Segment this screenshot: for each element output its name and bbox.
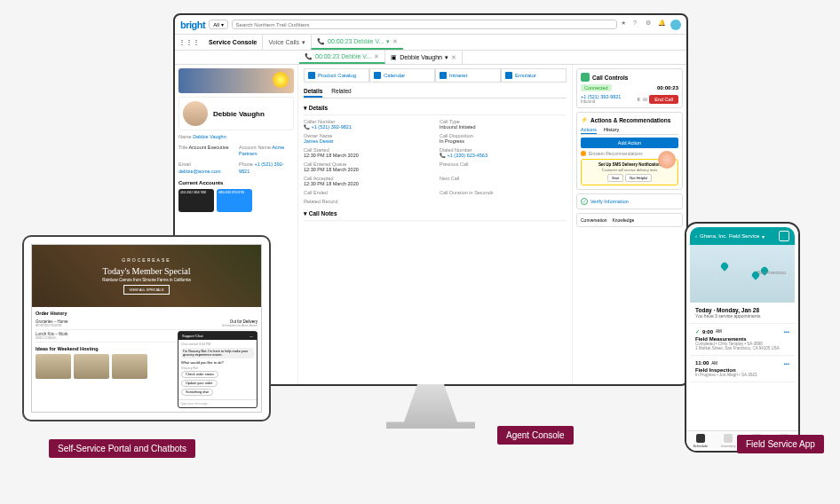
more-icon[interactable]: ••• — [784, 329, 789, 335]
emulator-icon — [505, 72, 512, 79]
email-link[interactable]: debbie@acme.com — [178, 169, 220, 174]
quicklink-calendar[interactable]: Calendar — [369, 68, 435, 83]
search-input[interactable] — [232, 20, 617, 29]
appointment-card[interactable]: ✓9:00 AM Field Measurements Completed • … — [690, 324, 795, 356]
idea-card[interactable] — [74, 354, 109, 379]
subtab-call[interactable]: 📞 00:00:23 Debbie V... ✕ — [299, 51, 385, 64]
chat-option[interactable]: Something else — [181, 389, 213, 396]
quick-links-bar: Product Catalog Calendar Intranet Emulat… — [304, 68, 567, 83]
order-history-header: Order History — [36, 311, 258, 316]
recommendation-desc: Customer will receive delivery texts — [584, 168, 675, 172]
call-notes-header[interactable]: ▾ Call Notes — [304, 208, 567, 221]
call-status-badge: Connected — [581, 84, 612, 91]
account-label: Account Name — [239, 145, 271, 150]
workspace-tab-active[interactable]: 📞 00:00:23 Debbie V... ▾ ✕ — [311, 35, 403, 50]
email-label: Email — [178, 161, 191, 167]
appointment-address: 1 Market Street, San Francisco, CA 94105… — [695, 346, 789, 350]
chat-option[interactable]: Update your order — [181, 380, 218, 387]
help-icon[interactable]: ? — [633, 20, 642, 28]
verify-link[interactable]: Verify Information — [590, 199, 629, 204]
chevron-down-icon[interactable]: ▾ — [762, 233, 765, 240]
topbar-utilities: ★ ? ⚙ 🔔 — [621, 20, 681, 30]
credit-card-2[interactable]: 4899 4929 8759 8769 — [217, 189, 252, 212]
details-section-header[interactable]: ▾ Details — [304, 102, 567, 115]
contact-avatar — [183, 101, 208, 126]
favorite-icon[interactable]: ★ — [621, 20, 630, 28]
idea-card[interactable] — [36, 354, 71, 379]
quicklink-intranet[interactable]: Intranet — [435, 68, 501, 83]
record-detail: Product Catalog Calendar Intranet Emulat… — [297, 65, 573, 386]
tab-conversation[interactable]: Conversation — [581, 217, 606, 223]
bolt-icon: ⚡ — [581, 116, 588, 123]
hero-subtitle: Rainbow Carrots from Simone Farms in Cal… — [102, 278, 190, 282]
call-controls-title: Call Controls — [592, 75, 628, 81]
voice-calls-tab[interactable]: Voice Calls ▾ — [262, 35, 311, 50]
search-scope-select[interactable]: All ▾ — [209, 20, 227, 29]
not-helpful-button[interactable]: Not Helpful — [625, 174, 652, 182]
subtab-contact[interactable]: ▣ Debbie Vaughn ▾ ✕ — [385, 51, 463, 64]
calendar-icon[interactable] — [779, 231, 789, 241]
catalog-icon — [308, 72, 315, 79]
caller-number-link[interactable]: 📞 +1 (521) 392-9821 — [304, 124, 352, 130]
close-icon[interactable]: ✕ — [392, 38, 398, 45]
verify-panel: ✓Verify Information — [576, 193, 683, 209]
keypad-icon[interactable]: ⊞ — [643, 96, 647, 102]
tab-details[interactable]: Details — [304, 86, 322, 98]
nav-schedule[interactable]: Schedule — [690, 431, 715, 447]
duration-label: Call Duration in Seconds — [440, 190, 567, 195]
hero-banner: GROCEREASE Today's Member Special Rainbo… — [32, 245, 261, 307]
app-launcher-icon[interactable]: ⋮⋮⋮ — [175, 38, 203, 46]
phone-label: Phone — [239, 161, 253, 167]
today-summary: Today · Monday, Jan 28 You have 3 servic… — [690, 303, 795, 324]
einstein-header: Einstein Recommendations — [589, 151, 643, 156]
quicklink-product-catalog[interactable]: Product Catalog — [304, 68, 369, 83]
mute-icon[interactable]: ⏸ — [636, 97, 641, 102]
einstein-avatar — [658, 151, 676, 169]
related-record-label: Related Record — [304, 199, 431, 204]
map-view[interactable]: San Francisco — [690, 245, 795, 303]
owner-link[interactable]: James Dewar — [304, 138, 334, 144]
tab-history[interactable]: History — [604, 126, 619, 134]
chat-input[interactable]: Type your message... — [178, 399, 257, 407]
quicklink-emulator[interactable]: Emulator — [501, 68, 567, 83]
dialed-link[interactable]: 📞 +1 (220) 623-4563 — [440, 153, 487, 158]
idea-card[interactable] — [112, 354, 147, 379]
close-icon[interactable]: ✕ — [374, 53, 379, 60]
settings-icon[interactable]: ⚙ — [646, 20, 654, 28]
view-specials-button[interactable]: VIEW ALL SPECIALS — [123, 285, 170, 295]
appointment-card[interactable]: 11:00 AM Field Inspection In Progress • … — [690, 356, 795, 382]
tab-actions[interactable]: Actions — [581, 126, 597, 134]
chat-title: Support Chat — [182, 334, 203, 338]
phone-icon — [581, 73, 590, 82]
start-button[interactable]: Start — [607, 174, 623, 182]
inventory-icon — [724, 434, 733, 443]
portal-screen: GROCEREASE Today's Member Special Rainbo… — [31, 244, 262, 413]
topbar: bright All ▾ ★ ? ⚙ 🔔 — [175, 15, 686, 35]
call-direction: Inbound — [581, 99, 621, 104]
notifications-icon[interactable]: 🔔 — [658, 20, 667, 28]
phone-icon: 📞 — [305, 53, 313, 60]
user-avatar[interactable] — [670, 20, 681, 30]
tab-related[interactable]: Related — [331, 86, 351, 98]
tab-knowledge[interactable]: Knowledge — [612, 217, 634, 223]
schedule-icon — [696, 434, 705, 443]
more-icon[interactable]: ••• — [784, 361, 789, 366]
contact-name-link[interactable]: Debbie Vaughn — [193, 134, 226, 139]
disposition-value: In Progress — [440, 138, 464, 144]
accounts-header: Current Accounts — [178, 180, 294, 185]
call-timer: 00:00:23 — [657, 85, 678, 91]
map-pin[interactable] — [719, 261, 729, 271]
end-call-button[interactable]: End Call — [649, 95, 678, 104]
order-row[interactable]: Groceries – HomeMORT0027658781 Out for D… — [36, 318, 258, 330]
close-icon[interactable]: ✕ — [451, 54, 456, 61]
chat-option[interactable]: Check order status — [181, 371, 218, 378]
phone-icon: 📞 — [317, 38, 325, 45]
ended-label: Call Ended — [304, 190, 431, 195]
actions-recommendations-panel: ⚡Actions & Recommendations Actions Histo… — [576, 112, 683, 190]
chevron-left-icon[interactable]: ‹ — [695, 233, 697, 239]
credit-card-1[interactable]: 4151 0912 3456 7890 — [178, 189, 214, 212]
minimize-icon[interactable]: — — [250, 334, 253, 338]
intranet-icon — [440, 72, 447, 79]
add-action-button[interactable]: Add Action — [581, 138, 678, 148]
monitor-stand — [386, 384, 475, 429]
